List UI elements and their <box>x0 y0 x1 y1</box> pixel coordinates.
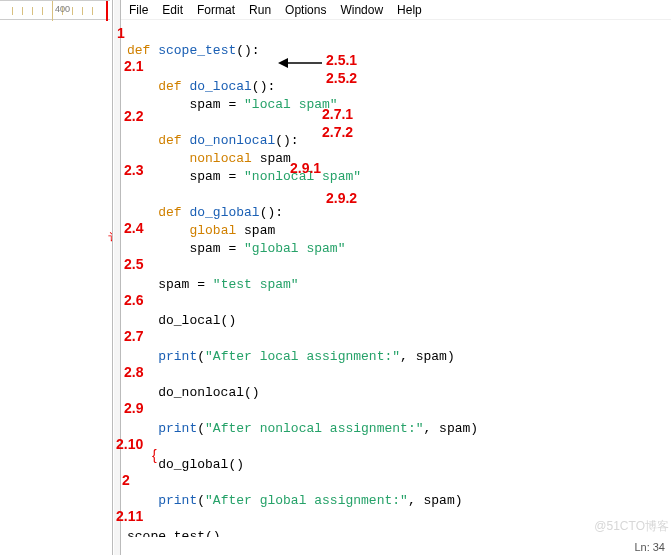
menu-edit[interactable]: Edit <box>162 3 183 17</box>
menu-run[interactable]: Run <box>249 3 271 17</box>
fn-do-nonlocal: do_nonlocal <box>189 133 275 148</box>
str-test: "test spam" <box>213 277 299 292</box>
status-bar: Ln: 34 <box>121 537 671 555</box>
ruler: 400 <box>0 0 110 20</box>
str-after-local: "After local assignment:" <box>205 349 400 364</box>
ruler-tick-400: 400 <box>55 4 70 14</box>
left-panel: 400 讠 <box>0 0 112 555</box>
menu-file[interactable]: File <box>129 3 148 17</box>
code-area[interactable]: def scope_test(): def do_local(): spam =… <box>121 20 671 537</box>
menu-help[interactable]: Help <box>397 3 422 17</box>
str-after-global: "After global assignment:" <box>205 493 408 508</box>
kw-global: global <box>189 223 236 238</box>
pane-divider[interactable] <box>112 0 121 555</box>
fn-do-global: do_global <box>189 205 259 220</box>
kw-nonlocal: nonlocal <box>189 151 251 166</box>
menu-format[interactable]: Format <box>197 3 235 17</box>
menu-options[interactable]: Options <box>285 3 326 17</box>
str-nonlocal: "nonlocal spam" <box>244 169 361 184</box>
kw-def: def <box>158 205 181 220</box>
str-local: "local spam" <box>244 97 338 112</box>
editor-window: File Edit Format Run Options Window Help… <box>121 0 671 555</box>
kw-def: def <box>158 133 181 148</box>
fn-print: print <box>158 493 197 508</box>
status-ln: Ln: 34 <box>634 541 665 553</box>
watermark: @51CTO博客 <box>594 518 669 535</box>
fn-scope-test: scope_test <box>158 43 236 58</box>
str-global: "global spam" <box>244 241 345 256</box>
kw-def: def <box>127 43 150 58</box>
menu-window[interactable]: Window <box>340 3 383 17</box>
fn-do-local: do_local <box>189 79 251 94</box>
str-after-nonlocal: "After nonlocal assignment:" <box>205 421 423 436</box>
menubar: File Edit Format Run Options Window Help <box>121 0 671 20</box>
fn-print: print <box>158 421 197 436</box>
fn-print: print <box>158 349 197 364</box>
kw-def: def <box>158 79 181 94</box>
